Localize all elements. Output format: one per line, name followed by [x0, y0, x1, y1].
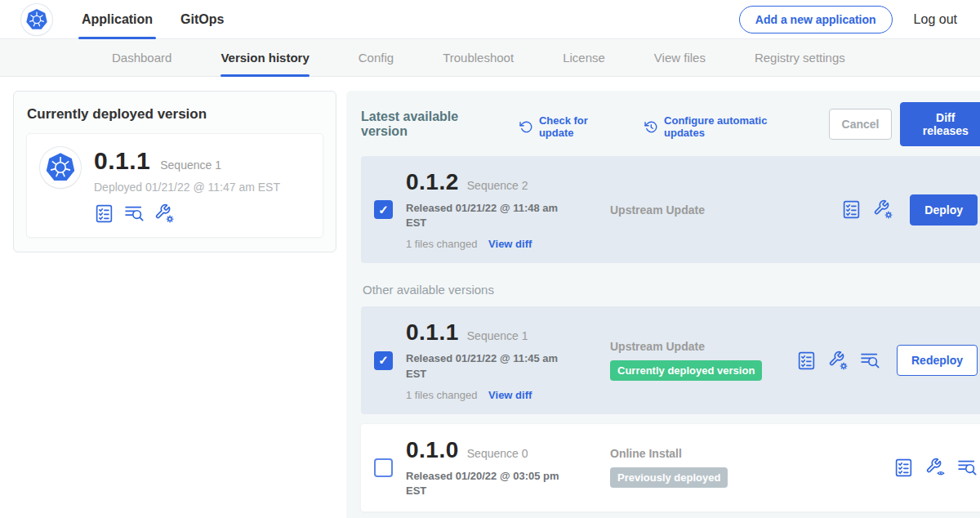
configure-automatic-updates-link[interactable]: Configure automatic updates	[644, 114, 807, 139]
files-changed-label: 1 files changed	[406, 389, 477, 401]
release-notes-checklist-icon[interactable]	[94, 203, 114, 224]
configure-automatic-updates-label: Configure automatic updates	[664, 114, 808, 139]
tab-view-files[interactable]: View files	[654, 39, 706, 76]
diff-releases-button[interactable]: Diff releases	[900, 102, 980, 146]
version-row-0-1-2: ✓ 0.1.2 Sequence 2 Released 01/21/22 @ 1…	[361, 156, 980, 263]
tab-registry-settings[interactable]: Registry settings	[755, 39, 845, 76]
view-files-search-icon[interactable]	[957, 458, 978, 478]
release-notes-checklist-icon[interactable]	[841, 199, 862, 220]
edit-config-wrench-gear-icon[interactable]	[828, 351, 849, 371]
tab-dashboard[interactable]: Dashboard	[112, 39, 172, 76]
deployed-timestamp: Deployed 01/21/22 @ 11:47 am EST	[94, 181, 280, 194]
kubernetes-logo[interactable]	[21, 4, 52, 35]
sequence-label: Sequence 0	[467, 447, 528, 460]
view-config-wrench-eye-icon[interactable]	[925, 458, 946, 478]
check-for-update-link[interactable]: Check for update	[519, 114, 623, 139]
refresh-icon	[519, 120, 533, 134]
deployed-version-card: 0.1.1 Sequence 1 Deployed 01/21/22 @ 11:…	[27, 134, 323, 237]
deployed-version-number: 0.1.1	[94, 147, 150, 175]
latest-available-title: Latest available version	[361, 109, 505, 139]
tab-version-history[interactable]: Version history	[220, 39, 309, 76]
other-versions-heading: Other available versions	[363, 283, 980, 297]
view-files-search-icon[interactable]	[124, 203, 145, 224]
redeploy-button[interactable]: Redeploy	[897, 345, 978, 376]
main-content: Currently deployed version	[0, 77, 980, 518]
previously-deployed-badge: Previously deployed	[610, 467, 728, 488]
version-row-0-1-1: ✓ 0.1.1 Sequence 1 Released 01/21/22 @ 1…	[361, 306, 980, 413]
deployed-sequence-label: Sequence 1	[160, 159, 221, 172]
version-checkbox[interactable]: ✓	[374, 351, 393, 370]
currently-deployed-badge: Currently deployed version	[610, 360, 762, 381]
cancel-button[interactable]: Cancel	[829, 109, 893, 140]
files-changed-label: 1 files changed	[406, 238, 477, 250]
edit-config-wrench-gear-icon[interactable]	[154, 203, 175, 224]
view-files-search-icon[interactable]	[860, 351, 880, 371]
sequence-label: Sequence 2	[467, 179, 528, 192]
schedule-refresh-clock-icon	[644, 120, 658, 134]
release-notes-checklist-icon[interactable]	[796, 351, 817, 371]
edit-config-wrench-gear-icon[interactable]	[873, 199, 893, 220]
app-sub-nav: Dashboard Version history Config Trouble…	[0, 39, 980, 77]
version-source-label: Upstream Update	[610, 340, 705, 353]
tab-config[interactable]: Config	[359, 39, 394, 76]
released-timestamp: Released 01/20/22 @ 03:05 pm EST	[406, 469, 569, 498]
sequence-label: Sequence 1	[467, 329, 528, 342]
logout-link[interactable]: Log out	[914, 12, 957, 27]
version-checkbox[interactable]: ✓	[374, 200, 393, 219]
released-timestamp: Released 01/21/22 @ 11:45 am EST	[406, 351, 569, 381]
top-nav: Application GitOps Add a new application…	[0, 0, 980, 39]
kubernetes-logo-icon	[45, 152, 76, 183]
version-source-label: Upstream Update	[610, 203, 705, 217]
version-number: 0.1.1	[406, 319, 459, 346]
version-checkbox[interactable]	[374, 458, 393, 477]
release-notes-checklist-icon[interactable]	[893, 458, 914, 478]
add-new-application-button[interactable]: Add a new application	[739, 6, 893, 33]
app-logo	[40, 147, 81, 188]
check-for-update-label: Check for update	[539, 114, 624, 139]
version-number: 0.1.2	[406, 169, 459, 195]
version-row-0-1-0: 0.1.0 Sequence 0 Released 01/20/22 @ 03:…	[361, 424, 980, 511]
kubernetes-logo-icon	[25, 8, 48, 31]
deploy-button[interactable]: Deploy	[910, 194, 978, 226]
version-history-panel: Latest available version Check for updat…	[346, 91, 980, 518]
nav-tab-application[interactable]: Application	[82, 0, 153, 39]
tab-license[interactable]: License	[563, 39, 605, 76]
version-number: 0.1.0	[406, 437, 459, 463]
released-timestamp: Released 01/21/22 @ 11:48 am EST	[406, 201, 569, 230]
view-diff-link[interactable]: View diff	[488, 389, 532, 401]
tab-troubleshoot[interactable]: Troubleshoot	[443, 39, 514, 76]
nav-tab-gitops[interactable]: GitOps	[180, 0, 224, 39]
view-diff-link[interactable]: View diff	[488, 238, 532, 250]
version-source-label: Online Install	[610, 447, 682, 460]
currently-deployed-title: Currently deployed version	[27, 106, 323, 123]
currently-deployed-panel: Currently deployed version	[13, 91, 336, 252]
